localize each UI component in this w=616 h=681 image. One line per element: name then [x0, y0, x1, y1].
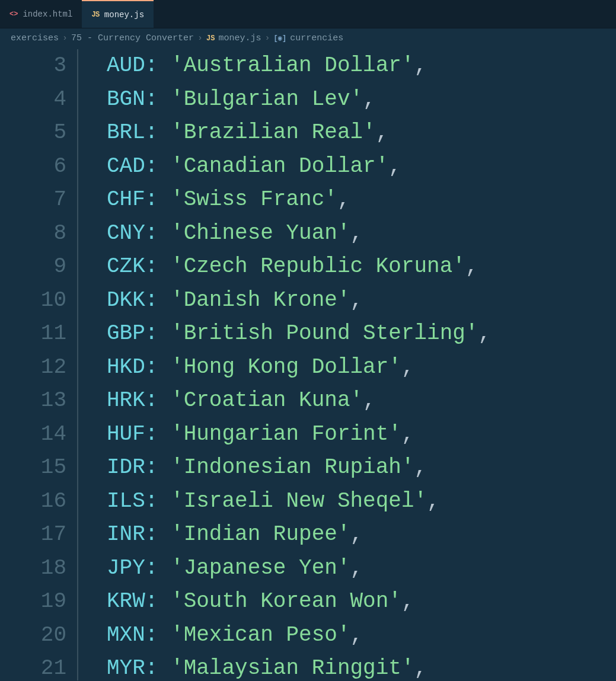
line-number: 10 — [0, 284, 66, 318]
comma-punct: , — [414, 455, 427, 479]
string-literal: 'Hong Kong Dollar' — [171, 355, 401, 379]
colon-punct: : — [145, 120, 158, 145]
code-line[interactable]: AUD: 'Australian Dollar', — [107, 49, 616, 83]
string-literal: 'Japanese Yen' — [171, 556, 350, 580]
colon-punct: : — [145, 556, 158, 580]
line-number: 16 — [0, 485, 66, 519]
object-key: KRW — [107, 589, 145, 613]
tab-money-js[interactable]: JSmoney.js — [82, 0, 154, 28]
code-line[interactable]: INR: 'Indian Rupee', — [107, 518, 616, 552]
comma-punct: , — [350, 556, 363, 580]
code-line[interactable]: JPY: 'Japanese Yen', — [107, 552, 616, 586]
code-line[interactable]: MXN: 'Mexican Peso', — [107, 619, 616, 653]
string-literal: 'Malaysian Ringgit' — [171, 656, 414, 680]
code-line[interactable]: BRL: 'Brazilian Real', — [107, 116, 616, 150]
code-line[interactable]: MYR: 'Malaysian Ringgit', — [107, 652, 616, 680]
code-line[interactable]: CHF: 'Swiss Franc', — [107, 183, 616, 217]
colon-punct: : — [145, 87, 158, 111]
object-key: CZK — [107, 254, 145, 279]
comma-punct: , — [363, 388, 376, 413]
colon-punct: : — [145, 53, 158, 78]
breadcrumb-item[interactable]: exercises — [11, 33, 59, 43]
line-number: 21 — [0, 652, 66, 680]
string-literal: 'Hungarian Forint' — [171, 422, 401, 446]
line-number: 19 — [0, 585, 66, 619]
comma-punct: , — [376, 120, 389, 145]
comma-punct: , — [350, 623, 363, 647]
string-literal: 'South Korean Won' — [171, 589, 401, 613]
colon-punct: : — [145, 522, 158, 546]
comma-punct: , — [427, 489, 440, 513]
symbol-icon: [◉] — [274, 34, 287, 43]
js-file-icon: JS — [206, 34, 215, 43]
string-literal: 'Swiss Franc' — [171, 187, 337, 212]
code-editor[interactable]: 3456789101112131415161718192021 AUD: 'Au… — [0, 48, 616, 680]
tab-label: money.js — [104, 10, 144, 20]
comma-punct: , — [401, 422, 414, 446]
comma-punct: , — [401, 355, 414, 379]
code-line[interactable]: ILS: 'Israeli New Sheqel', — [107, 485, 616, 519]
code-line[interactable]: KRW: 'South Korean Won', — [107, 585, 616, 619]
object-key: MXN — [107, 623, 145, 647]
object-key: DKK — [107, 288, 145, 312]
object-key: JPY — [107, 556, 145, 580]
object-key: CNY — [107, 221, 145, 245]
line-number-gutter: 3456789101112131415161718192021 — [0, 49, 77, 680]
code-line[interactable]: CNY: 'Chinese Yuan', — [107, 217, 616, 251]
comma-punct: , — [414, 656, 427, 680]
comma-punct: , — [465, 254, 478, 279]
colon-punct: : — [145, 254, 158, 279]
code-line[interactable]: GBP: 'British Pound Sterling', — [107, 317, 616, 351]
object-key: MYR — [107, 656, 145, 680]
code-line[interactable]: CZK: 'Czech Republic Koruna', — [107, 250, 616, 284]
object-key: ILS — [107, 489, 145, 513]
object-key: HKD — [107, 355, 145, 379]
object-key: CAD — [107, 154, 145, 178]
colon-punct: : — [145, 321, 158, 346]
code-line[interactable]: HRK: 'Croatian Kuna', — [107, 384, 616, 418]
string-literal: 'Indonesian Rupiah' — [171, 455, 414, 479]
breadcrumb-item[interactable]: 75 - Currency Converter — [71, 33, 194, 43]
tab-label: index.html — [23, 9, 72, 19]
code-line[interactable]: BGN: 'Bulgarian Lev', — [107, 83, 616, 117]
chevron-right-icon: › — [62, 33, 68, 43]
line-number: 14 — [0, 418, 66, 452]
code-line[interactable]: DKK: 'Danish Krone', — [107, 284, 616, 318]
breadcrumb-item[interactable]: currencies — [290, 33, 343, 43]
string-literal: 'Israeli New Sheqel' — [171, 489, 427, 513]
indent-guide — [77, 49, 78, 680]
string-literal: 'Chinese Yuan' — [171, 221, 350, 245]
string-literal: 'Bulgarian Lev' — [171, 87, 363, 111]
string-literal: 'Brazilian Real' — [171, 120, 376, 145]
line-number: 7 — [0, 183, 66, 217]
object-key: BGN — [107, 87, 145, 111]
chevron-right-icon: › — [197, 33, 203, 43]
object-key: IDR — [107, 455, 145, 479]
colon-punct: : — [145, 154, 158, 178]
code-line[interactable]: IDR: 'Indonesian Rupiah', — [107, 451, 616, 485]
tab-index-html[interactable]: <>index.html — [0, 0, 82, 28]
colon-punct: : — [145, 187, 158, 212]
colon-punct: : — [145, 388, 158, 413]
line-number: 12 — [0, 351, 66, 385]
js-file-icon: JS — [91, 11, 99, 19]
object-key: GBP — [107, 321, 145, 346]
code-line[interactable]: HUF: 'Hungarian Forint', — [107, 418, 616, 452]
code-line[interactable]: CAD: 'Canadian Dollar', — [107, 150, 616, 184]
code-line[interactable]: HKD: 'Hong Kong Dollar', — [107, 351, 616, 385]
object-key: HUF — [107, 422, 145, 446]
html-file-icon: <> — [9, 10, 18, 18]
line-number: 9 — [0, 250, 66, 284]
tab-bar: <>index.htmlJSmoney.js — [0, 0, 616, 28]
object-key: AUD — [107, 53, 145, 78]
comma-punct: , — [350, 221, 363, 245]
string-literal: 'Mexican Peso' — [171, 623, 350, 647]
comma-punct: , — [350, 522, 363, 546]
colon-punct: : — [145, 288, 158, 312]
comma-punct: , — [414, 53, 427, 78]
breadcrumb-item[interactable]: money.js — [219, 33, 261, 43]
string-literal: 'Australian Dollar' — [171, 53, 414, 78]
comma-punct: , — [401, 589, 414, 613]
code-area[interactable]: AUD: 'Australian Dollar',BGN: 'Bulgarian… — [78, 49, 616, 680]
string-literal: 'British Pound Sterling' — [171, 321, 478, 346]
